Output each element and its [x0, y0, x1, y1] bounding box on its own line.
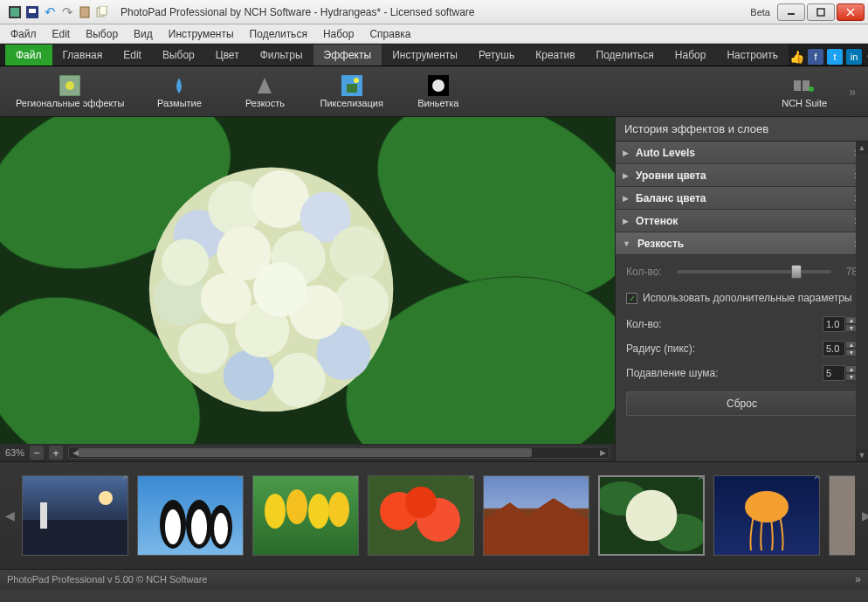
facebook-icon[interactable]: f — [808, 49, 823, 65]
nch-suite-icon — [794, 75, 815, 96]
menu-file[interactable]: Файл — [3, 25, 44, 43]
regional-effects-button[interactable]: Региональные эффекты — [7, 72, 133, 112]
vignette-button[interactable]: Виньетка — [399, 72, 478, 112]
effects-panel: История эффектов и слоев ▶Auto Levels× ▶… — [615, 117, 868, 461]
advanced-checkbox[interactable] — [626, 293, 637, 304]
svg-rect-6 — [100, 6, 107, 15]
slider-thumb[interactable] — [791, 265, 802, 279]
thumb-next-button[interactable]: ▶ — [862, 476, 868, 555]
zoom-out-button[interactable]: − — [30, 446, 44, 460]
nch-suite-button[interactable]: NCH Suite — [765, 72, 844, 112]
menu-view[interactable]: Вид — [127, 25, 160, 43]
copy-icon[interactable] — [94, 4, 110, 20]
menu-edit[interactable]: Edit — [45, 25, 78, 43]
advanced-checkbox-row[interactable]: Использовать дополнительные параметры — [626, 292, 858, 304]
svg-rect-4 — [80, 7, 89, 17]
close-button[interactable] — [837, 3, 865, 21]
layer-color-balance[interactable]: ▶Баланс цвета× — [616, 187, 868, 210]
close-icon[interactable]: × — [698, 475, 705, 484]
scroll-up-icon[interactable]: ▲ — [856, 142, 868, 154]
svg-point-17 — [432, 80, 444, 92]
thumb-desert[interactable]: × — [483, 475, 589, 556]
layer-auto-levels[interactable]: ▶Auto Levels× — [616, 142, 868, 164]
tab-main[interactable]: Главная — [52, 45, 114, 66]
like-icon[interactable]: 👍 — [789, 49, 804, 65]
close-icon[interactable]: × — [814, 475, 820, 483]
menu-share[interactable]: Поделиться — [243, 25, 314, 43]
save-icon[interactable] — [24, 4, 40, 20]
paste-icon[interactable] — [77, 4, 93, 20]
maximize-button[interactable] — [807, 3, 835, 21]
ribbon-overflow[interactable]: » — [844, 85, 861, 99]
window-title: PhotoPad Professional by NCH Software - … — [115, 6, 743, 18]
tab-set[interactable]: Набор — [665, 45, 717, 66]
tab-color[interactable]: Цвет — [205, 45, 250, 66]
tab-tools[interactable]: Инструменты — [382, 45, 468, 66]
panel-v-scrollbar[interactable]: ▲ ▼ — [856, 142, 868, 461]
noise-spinner[interactable]: ▲▼ — [823, 365, 858, 381]
svg-point-56 — [308, 494, 329, 529]
thumb-jellyfish[interactable]: × — [713, 475, 820, 556]
layer-color-levels[interactable]: ▶Уровни цвета× — [616, 164, 868, 187]
tab-creative[interactable]: Креатив — [525, 45, 585, 66]
linkedin-icon[interactable]: in — [846, 49, 862, 65]
tab-edit[interactable]: Edit — [113, 45, 152, 66]
amount-slider[interactable] — [677, 270, 831, 273]
menu-set[interactable]: Набор — [316, 25, 362, 43]
thumb-prev-button[interactable]: ◀ — [5, 476, 15, 555]
menu-bar: Файл Edit Выбор Вид Инструменты Поделить… — [0, 24, 868, 44]
menu-help[interactable]: Справка — [362, 25, 417, 43]
tab-share[interactable]: Поделиться — [586, 45, 665, 66]
image-canvas[interactable] — [0, 117, 615, 444]
close-icon[interactable]: × — [238, 475, 244, 483]
layer-sharpness[interactable]: ▼Резкость× — [616, 232, 868, 255]
thumb-flowers[interactable]: × — [368, 475, 474, 556]
reset-button[interactable]: Сброс — [626, 391, 858, 416]
redo-icon[interactable]: ↷ — [59, 4, 75, 20]
undo-icon[interactable]: ↶ — [42, 4, 58, 20]
svg-point-60 — [405, 487, 437, 518]
svg-point-20 — [809, 86, 814, 92]
sharpen-button[interactable]: Резкость — [225, 72, 304, 112]
menu-selection[interactable]: Выбор — [79, 25, 125, 43]
thumb-penguins[interactable]: × — [137, 475, 244, 556]
svg-point-49 — [165, 509, 181, 544]
layer-hue[interactable]: ▶Оттенок× — [616, 210, 868, 232]
tab-retouch[interactable]: Ретушь — [468, 45, 525, 66]
svg-point-57 — [328, 492, 349, 527]
tab-file[interactable]: Файл — [5, 45, 52, 66]
social-buttons: 👍 f t in ▼ ? ▼ — [789, 48, 868, 66]
blur-button[interactable]: Размытие — [140, 72, 218, 112]
canvas-h-scrollbar[interactable]: ◀ ▶ — [68, 446, 610, 459]
scroll-down-icon[interactable]: ▼ — [856, 449, 868, 461]
svg-point-34 — [272, 353, 326, 407]
close-icon[interactable]: × — [122, 475, 128, 483]
scroll-thumb[interactable] — [78, 448, 532, 457]
menu-tools[interactable]: Инструменты — [162, 25, 241, 43]
param-noise: Подавление шума: ▲▼ — [626, 365, 858, 381]
radius-spinner[interactable]: ▲▼ — [823, 341, 858, 356]
twitter-icon[interactable]: t — [827, 49, 843, 65]
scroll-right-icon[interactable]: ▶ — [596, 447, 609, 458]
thumb-tulips[interactable]: × — [252, 475, 359, 556]
beta-label: Beta — [743, 7, 777, 17]
pixelate-button[interactable]: Пикселизация — [311, 72, 391, 112]
thumb-lighthouse[interactable]: × — [22, 475, 128, 556]
amount-spinner[interactable]: ▲▼ — [823, 316, 858, 332]
svg-point-38 — [162, 239, 209, 286]
close-icon[interactable]: × — [583, 475, 589, 483]
advanced-checkbox-label: Использовать дополнительные параметры — [643, 292, 851, 304]
status-overflow[interactable]: » — [855, 573, 861, 585]
minimize-button[interactable] — [777, 3, 805, 21]
thumb-hydrangea[interactable]: × — [598, 475, 705, 556]
scroll-left-icon[interactable]: ◀ — [69, 447, 81, 458]
tab-selection[interactable]: Выбор — [152, 45, 205, 66]
close-icon[interactable]: × — [468, 475, 474, 483]
tab-configure[interactable]: Настроить — [716, 45, 789, 66]
app-icon[interactable] — [7, 4, 23, 20]
zoom-in-button[interactable]: + — [49, 446, 63, 460]
tab-filters[interactable]: Фильтры — [250, 45, 313, 66]
tab-effects[interactable]: Эффекты — [313, 45, 382, 66]
close-icon[interactable]: × — [353, 475, 359, 483]
thumb-koala[interactable] — [829, 475, 855, 556]
